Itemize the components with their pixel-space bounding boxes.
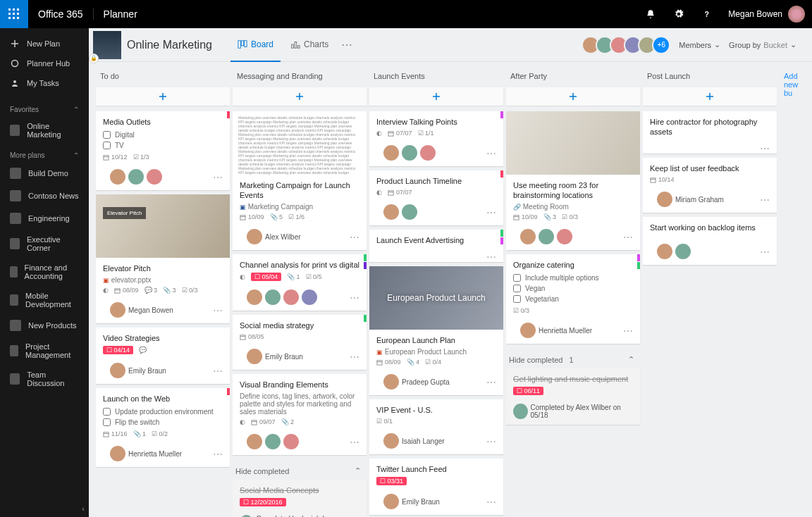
app-launcher-icon[interactable] (0, 0, 28, 28)
tasks-chip: ☑ 0/3 (513, 307, 529, 314)
task-card[interactable]: Organize catering Include multiple optio… (506, 254, 640, 344)
tab-board[interactable]: Board (230, 28, 281, 62)
task-card[interactable]: Launch on the Web Update production envi… (96, 388, 230, 467)
checklist-item[interactable]: TV (103, 140, 223, 151)
sidebar-plan-item[interactable]: Finance and Accounting (0, 258, 89, 286)
members-dropdown[interactable]: Members⌄ (679, 40, 720, 49)
task-card[interactable]: Product Launch Timeline ◐07/07 ⋯ (369, 170, 503, 225)
sidebar-plan-item[interactable]: Build Demo (0, 162, 89, 185)
task-card[interactable]: Media Outlets DigitalTV 10/12☑ 1/3 ⋯ (96, 111, 230, 190)
card-menu-icon[interactable]: ⋯ (347, 293, 362, 303)
bucket-title[interactable]: After Party (506, 62, 643, 87)
sidebar-plan-item[interactable]: Project Management (0, 337, 89, 365)
settings-icon[interactable] (665, 0, 693, 28)
task-card[interactable]: Interview Talking Points ◐07/07☑ 1/1 ⋯ (369, 111, 503, 166)
card-menu-icon[interactable]: ⋯ (484, 208, 499, 218)
card-title: VIP Event - U.S. (376, 405, 496, 415)
sidebar-plan-item[interactable]: Online Marketing (0, 116, 89, 144)
add-task-button[interactable] (506, 87, 640, 106)
task-card[interactable]: Hire contractor for photography assets ⋯ (643, 111, 777, 154)
card-menu-icon[interactable]: ⋯ (210, 449, 226, 459)
notifications-icon[interactable] (636, 0, 665, 28)
card-menu-icon[interactable]: ⋯ (210, 366, 226, 376)
task-card[interactable]: Video Strategies ☐ 04/14💬 Emily Braun⋯ (96, 328, 230, 384)
plan-members[interactable]: +6 (586, 36, 670, 54)
checklist-item[interactable]: Digital (103, 130, 223, 140)
card-menu-icon[interactable]: ⋯ (620, 326, 636, 336)
task-card[interactable]: Social Media Concepts ☐ 12/20/2016 Compl… (233, 480, 367, 517)
task-card[interactable]: Keep list of user feedback 10/14 Miriam … (643, 158, 777, 213)
card-menu-icon[interactable]: ⋯ (484, 497, 499, 507)
add-bucket-button[interactable]: Add new bu (780, 62, 812, 517)
card-menu-icon[interactable]: ⋯ (757, 144, 773, 154)
sidebar-plan-item[interactable]: Mobile Development (0, 286, 89, 314)
task-card[interactable]: VIP Event - U.S. ☑ 0/1 Isaiah Langer⋯ (369, 399, 503, 454)
sidebar-plan-item[interactable]: Contoso News (0, 185, 89, 207)
card-menu-icon[interactable]: ⋯ (484, 149, 499, 158)
group-by-dropdown[interactable]: Group by Bucket ⌄ (729, 40, 796, 49)
plan-thumb-icon (10, 294, 18, 306)
bucket-title[interactable]: Launch Events (369, 62, 506, 87)
tab-charts[interactable]: Charts (283, 28, 336, 62)
hide-completed-toggle[interactable]: Hide completed 1 ⌃ (506, 348, 640, 368)
sidebar-plan-item[interactable]: New Products (0, 314, 89, 337)
checklist-item[interactable]: Flip the switch (103, 417, 223, 428)
card-menu-icon[interactable]: ⋯ (757, 195, 773, 205)
card-menu-icon[interactable]: ⋯ (484, 378, 499, 387)
bucket-title[interactable]: To do (96, 62, 233, 87)
category-stripe (364, 254, 367, 261)
card-meta: 08/09📎 4☑ 0/4 (376, 359, 496, 366)
card-menu-icon[interactable]: ⋯ (484, 252, 499, 262)
task-card[interactable]: Twitter Launch Feed ☐ 03/31 Emily Braun⋯ (369, 459, 503, 515)
bucket-title[interactable]: Messaging and Branding (233, 62, 369, 87)
bucket-title[interactable]: Post Launch (643, 62, 780, 87)
sidebar-plan-item[interactable]: Engineering (0, 207, 89, 230)
hide-completed-toggle[interactable]: Hide completed ⌃ (233, 459, 367, 480)
card-menu-icon[interactable]: ⋯ (347, 352, 362, 362)
sidebar-plan-item[interactable]: Executive Corner (0, 230, 89, 258)
task-card[interactable]: Start working on backlog items ⋯ (643, 217, 777, 265)
card-menu-icon[interactable]: ⋯ (484, 437, 499, 447)
checklist-item[interactable]: Update production environment (103, 406, 223, 417)
avatar (402, 145, 417, 161)
date-chip: 08/09 (114, 287, 139, 294)
sidebar-plan-item[interactable]: Team Discussion (0, 365, 89, 393)
card-menu-icon[interactable]: ⋯ (757, 247, 773, 257)
add-task-button[interactable] (369, 87, 503, 106)
task-card[interactable]: Social media strategy 08/05 Emily Braun⋯ (233, 315, 367, 370)
card-attachment: 🔗 Meeting Room (513, 203, 633, 211)
card-menu-icon[interactable]: ⋯ (210, 306, 226, 316)
task-card[interactable]: Elevator Pitch Elevator Pitch ▣ elevator… (96, 194, 230, 323)
task-card[interactable]: Marketing plan overview details schedule… (233, 111, 367, 250)
more-plans-header[interactable]: More plans ⌃ (0, 144, 89, 162)
sidebar-my tasks[interactable]: My Tasks (0, 73, 89, 93)
task-card[interactable]: Get lighting and music equipment ☐ 06/11… (506, 368, 640, 425)
checklist-item[interactable]: Include multiple options (513, 273, 633, 283)
task-card[interactable]: Visual Branding Elements Define icons, t… (233, 374, 367, 455)
sidebar-planner hub[interactable]: Planner Hub (0, 54, 89, 73)
collapse-sidebar-icon[interactable]: ‹ (82, 504, 85, 513)
chevron-up-icon: ⌃ (628, 355, 634, 364)
card-menu-icon[interactable]: ⋯ (347, 232, 362, 242)
favorites-header[interactable]: Favorites ⌃ (0, 99, 89, 116)
task-card[interactable]: Channel analysis for print vs digital ◐☐… (233, 254, 367, 311)
card-avatars: Emily Braun (103, 359, 173, 384)
card-menu-icon[interactable]: ⋯ (620, 232, 636, 242)
task-card[interactable]: European Product Launch European Launch … (369, 266, 503, 395)
help-icon[interactable]: ? (693, 0, 721, 28)
add-task-button[interactable] (643, 87, 777, 106)
checklist-item[interactable]: Vegetarian (513, 294, 633, 304)
task-card[interactable]: Launch Event Advertising ⋯ (369, 230, 503, 262)
card-menu-icon[interactable]: ⋯ (210, 173, 226, 182)
more-menu-icon[interactable]: ⋯ (341, 38, 352, 51)
add-task-button[interactable] (96, 87, 230, 106)
card-meta: 10/12☑ 1/3 (103, 154, 223, 161)
user-menu[interactable]: Megan Bowen (721, 6, 812, 23)
completed-text: Completed by Alex Wilber on 05/18 (531, 404, 634, 419)
card-menu-icon[interactable]: ⋯ (347, 437, 362, 447)
sidebar-new plan[interactable]: New Plan (0, 34, 89, 54)
task-card[interactable]: Use meeting room 23 for brainstorming lo… (506, 111, 640, 250)
add-task-button[interactable] (233, 87, 367, 106)
checklist-item[interactable]: Vegan (513, 283, 633, 294)
card-title: Social Media Concepts (240, 485, 359, 495)
